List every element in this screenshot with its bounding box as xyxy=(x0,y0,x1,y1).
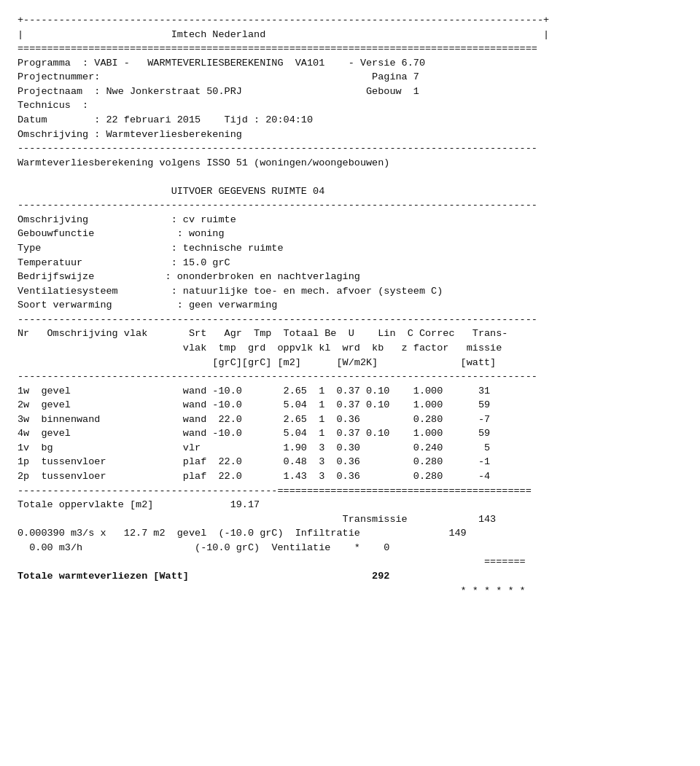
isso-title: Warmteverliesberekening volgens ISSO 51 … xyxy=(18,157,389,168)
table-row-2p: 2p tussenvloer plaf 22.0 1.43 3 0.36 0.2… xyxy=(18,471,490,482)
info-ventilatiesysteem: Ventilatiesysteem : natuurlijke toe- en … xyxy=(18,286,443,297)
document-content: +---------------------------------------… xyxy=(18,13,682,612)
totale-warmteverliezen: Totale warmteverliezen [Watt] 292 xyxy=(18,571,389,582)
info-bedrijfswijze: Bedrijfswijze : ononderbroken en nachtve… xyxy=(18,271,360,282)
uitvoer-title: UITVOER GEGEVENS RUIMTE 04 xyxy=(18,186,324,197)
section-divider-1: ----------------------------------------… xyxy=(18,143,537,154)
transmissie-line: Transmissie 143 xyxy=(18,514,496,525)
page: +---------------------------------------… xyxy=(18,13,682,612)
double-border-top: ========================================… xyxy=(18,43,537,54)
top-border: +---------------------------------------… xyxy=(18,15,549,26)
info-soort-verwarming: Soort verwarming : geen verwarming xyxy=(18,300,277,310)
totale-oppervlakte: Totale oppervlakte [m2] 19.17 xyxy=(18,499,260,510)
program-line: Programma : VABI - WARMTEVERLIESBEREKENI… xyxy=(18,58,425,69)
info-omschrijving: Omschrijving : cv ruimte xyxy=(18,214,236,225)
section-divider-totals: ----------------------------------------… xyxy=(18,485,532,496)
stars-line: * * * * * * xyxy=(18,585,526,596)
table-row-1v: 1v bg vlr 1.90 3 0.30 0.240 5 xyxy=(18,442,490,453)
info-gebouwfunctie: Gebouwfunctie : woning xyxy=(18,228,225,239)
table-header-row1: Nr Omschrijving vlak Srt Agr Tmp Totaal … xyxy=(18,328,508,339)
section-divider-3: ----------------------------------------… xyxy=(18,200,537,211)
omschrijving-hdr-line: Omschrijving : Warmteverliesberekening xyxy=(18,129,242,140)
table-row-3w: 3w binnenwand wand 22.0 2.65 1 0.36 0.28… xyxy=(18,414,490,425)
table-row-4w: 4w gevel wand -10.0 5.04 1 0.37 0.10 1.0… xyxy=(18,428,490,439)
technicus-line: Technicus : xyxy=(18,100,88,111)
project-naam-line: Projectnaam : Nwe Jonkerstraat 50.PRJ Ge… xyxy=(18,86,419,97)
datum-line: Datum : 22 februari 2015 Tijd : 20:04:10 xyxy=(18,114,313,125)
info-type: Type : technische ruimte xyxy=(18,243,284,254)
info-temperatuur: Temperatuur : 15.0 grC xyxy=(18,257,230,268)
project-num-line: Projectnummer: Pagina 7 xyxy=(18,71,419,82)
title-line: | Imtech Nederland | xyxy=(18,29,549,40)
section-divider-bottom: ======= xyxy=(18,556,526,567)
infiltratie-line: 0.000390 m3/s x 12.7 m2 gevel (-10.0 grC… xyxy=(18,528,467,539)
table-row-2w: 2w gevel wand -10.0 5.04 1 0.37 0.10 1.0… xyxy=(18,399,490,410)
table-header-row3: [grC][grC] [m2] [W/m2K] [watt] xyxy=(18,357,496,368)
ventilatie-line: 0.00 m3/h (-10.0 grC) Ventilatie * 0 xyxy=(18,542,389,553)
section-divider-4: ----------------------------------------… xyxy=(18,314,537,325)
table-header-row2: vlak tmp grd oppvlk kl wrd kb z factor m… xyxy=(18,343,502,353)
table-row-1p: 1p tussenvloer plaf 22.0 0.48 3 0.36 0.2… xyxy=(18,456,490,467)
table-row-1w: 1w gevel wand -10.0 2.65 1 0.37 0.10 1.0… xyxy=(18,386,490,396)
section-divider-5: ----------------------------------------… xyxy=(18,371,537,382)
